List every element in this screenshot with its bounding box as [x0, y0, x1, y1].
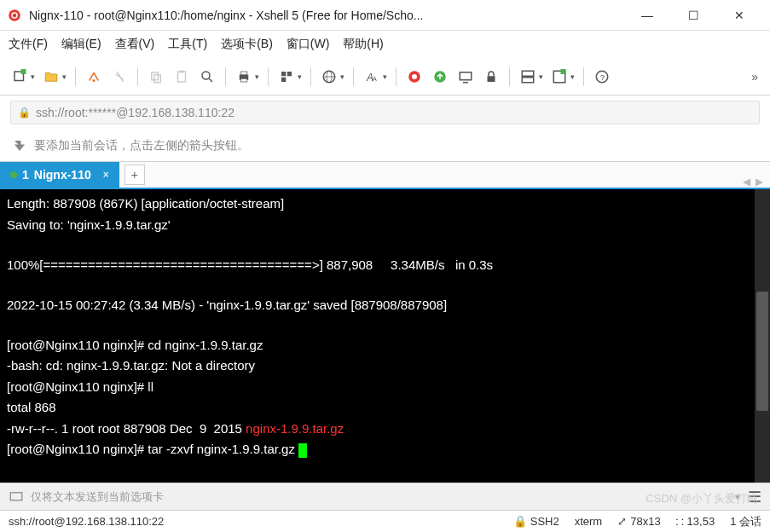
lock-icon[interactable]	[480, 66, 502, 88]
term-line: 100%[===================================…	[7, 257, 493, 272]
scrollbar-thumb[interactable]	[756, 292, 768, 411]
tab-prev-icon[interactable]: ◀	[743, 176, 750, 188]
svg-rect-30	[522, 77, 534, 82]
add-arrow-icon[interactable]	[12, 138, 27, 153]
svg-rect-15	[281, 72, 286, 76]
app-icon	[7, 8, 22, 23]
print-icon[interactable]	[233, 66, 255, 88]
globe-icon[interactable]	[318, 66, 340, 88]
send-input[interactable]: 仅将文本发送到当前选项卡	[31, 489, 728, 505]
connection-status-icon	[10, 171, 17, 178]
svg-rect-17	[281, 77, 286, 81]
paste-icon[interactable]	[171, 66, 193, 88]
maximize-button[interactable]: ☐	[680, 5, 707, 26]
svg-rect-4	[21, 69, 26, 74]
term-error: -bash: cd: nginx-1.9.9.tar.gz: Not a dir…	[7, 358, 255, 373]
xshell-icon[interactable]	[403, 66, 426, 88]
status-session: 1 会话	[730, 514, 761, 529]
status-protocol: 🔒 SSH2	[513, 515, 559, 528]
menu-file[interactable]: 文件(F)	[9, 37, 48, 52]
svg-rect-26	[460, 72, 472, 79]
close-button[interactable]: ✕	[726, 5, 753, 26]
fullscreen-icon[interactable]	[548, 66, 570, 88]
term-prompt: [root@Nginx110 nginx]#	[7, 442, 148, 456]
tab-active[interactable]: 1 Nignx-110 ×	[0, 162, 119, 188]
tile-dropdown[interactable]: ▾	[539, 72, 543, 81]
globe-dropdown[interactable]: ▾	[340, 72, 344, 81]
svg-point-10	[202, 72, 210, 79]
terminal[interactable]: Length: 887908 (867K) [application/octet…	[0, 189, 770, 483]
svg-rect-28	[488, 76, 495, 82]
window-title: Nignx-110 - root@Nginx110:/home/nginx - …	[29, 9, 634, 22]
send-icon[interactable]	[9, 489, 24, 505]
tab-next-icon[interactable]: ▶	[756, 176, 763, 188]
term-prompt: [root@Nginx110 nginx]#	[7, 338, 148, 352]
svg-rect-9	[180, 70, 184, 72]
svg-rect-13	[240, 72, 247, 75]
properties-icon[interactable]	[275, 66, 298, 88]
new-session-dropdown[interactable]: ▾	[31, 72, 35, 81]
term-line: Length: 887908 (867K) [application/octet…	[7, 196, 284, 211]
svg-point-24	[412, 74, 417, 79]
svg-rect-16	[287, 72, 292, 76]
terminal-scrollbar[interactable]	[755, 189, 770, 483]
menu-help[interactable]: 帮助(H)	[343, 37, 383, 52]
svg-rect-8	[178, 72, 186, 82]
hint-text: 要添加当前会话，点击左侧的箭头按钮。	[34, 138, 249, 153]
term-cmd: cd nginx-1.9.9.tar.gz	[148, 338, 263, 352]
menu-window[interactable]: 窗口(W)	[287, 37, 330, 52]
term-line: Saving to: 'nginx-1.9.9.tar.gz'	[7, 217, 171, 232]
svg-rect-29	[522, 71, 534, 76]
address-input[interactable]: 🔒 ssh://root:******@192.168.138.110:22	[10, 101, 760, 124]
lock-small-icon: 🔒	[18, 107, 31, 119]
open-dropdown[interactable]: ▾	[62, 72, 67, 81]
statusbar: ssh://root@192.168.138.110:22 🔒 SSH2 xte…	[0, 510, 770, 532]
menu-tab[interactable]: 选项卡(B)	[221, 37, 273, 52]
find-icon[interactable]	[196, 66, 218, 88]
xftp-icon[interactable]	[429, 66, 451, 88]
status-size: ⤢ 78x13	[617, 515, 660, 528]
screen-icon[interactable]	[454, 66, 477, 88]
disconnect-icon[interactable]	[108, 66, 130, 88]
svg-line-11	[209, 78, 212, 82]
copy-icon[interactable]	[145, 66, 167, 88]
svg-point-5	[93, 79, 96, 82]
open-icon[interactable]	[40, 66, 62, 88]
titlebar: Nignx-110 - root@Nginx110:/home/nginx - …	[0, 0, 770, 31]
properties-dropdown[interactable]: ▾	[298, 72, 302, 81]
status-pos: ⸬ 13,53	[676, 515, 715, 529]
toolbar-overflow-icon[interactable]: »	[748, 66, 761, 87]
watermark: CSDN @小丫头爱打盹	[646, 491, 758, 506]
fullscreen-dropdown[interactable]: ▾	[570, 72, 575, 81]
cursor	[298, 443, 307, 458]
font-dropdown[interactable]: ▾	[383, 72, 387, 81]
menu-tools[interactable]: 工具(T)	[168, 37, 207, 52]
new-session-icon[interactable]	[9, 66, 31, 88]
term-ls: -rw-r--r--. 1 root root 887908 Dec 9 201…	[7, 421, 246, 436]
help-icon[interactable]: ?	[591, 66, 613, 88]
svg-text:?: ?	[600, 72, 605, 81]
addressbar: 🔒 ssh://root:******@192.168.138.110:22	[0, 95, 770, 130]
tab-add-button[interactable]: +	[124, 165, 145, 185]
tile-horiz-icon[interactable]	[517, 66, 539, 88]
minimize-button[interactable]: —	[634, 5, 661, 26]
term-line: 2022-10-15 00:27:42 (3.34 MB/s) - 'nginx…	[7, 298, 447, 312]
status-connection: ssh://root@192.168.138.110:22	[9, 515, 498, 528]
term-cmd: ll	[148, 379, 153, 394]
menu-view[interactable]: 查看(V)	[115, 37, 155, 52]
svg-rect-14	[240, 78, 247, 82]
svg-rect-35	[10, 492, 22, 500]
tab-close-icon[interactable]: ×	[103, 169, 109, 181]
status-term: xterm	[575, 515, 603, 528]
menubar: 文件(F) 编辑(E) 查看(V) 工具(T) 选项卡(B) 窗口(W) 帮助(…	[0, 31, 770, 58]
term-prompt: [root@Nginx110 nginx]#	[7, 379, 148, 394]
svg-text:A: A	[373, 74, 377, 82]
term-filename: nginx-1.9.9.tar.gz	[246, 421, 344, 436]
menu-edit[interactable]: 编辑(E)	[61, 37, 101, 52]
svg-rect-32	[561, 69, 566, 74]
font-icon[interactable]: AA	[361, 66, 383, 88]
reconnect-icon[interactable]	[83, 66, 105, 88]
toolbar: ▾ ▾ ▾ ▾ ▾ AA ▾ ▾ ▾ ? »	[0, 58, 770, 95]
tab-index: 1	[22, 168, 29, 182]
print-dropdown[interactable]: ▾	[255, 72, 259, 81]
